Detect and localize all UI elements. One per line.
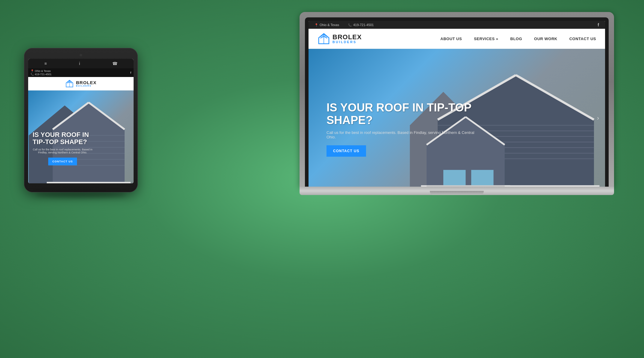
phone-tabs: ≡ i ☎ (28, 59, 134, 68)
laptop-device: 📍 Ohio & Texas 📞 419-721-4501 f (300, 12, 614, 195)
topbar-phone-text: 419-721-4501 (353, 23, 374, 27)
phone-logo-area[interactable]: BROLEX BUILDERS (65, 79, 97, 88)
phone-phone-icon: 📞 (31, 73, 34, 76)
phone-hero: IS YOUR ROOF IN TIP-TOP SHAPE? Call us f… (28, 90, 134, 183)
laptop-base (300, 187, 614, 195)
menu-item-contact[interactable]: CONTACT US (569, 37, 596, 41)
menu-item-blog[interactable]: BLOG (510, 37, 522, 41)
svg-rect-30 (47, 182, 131, 183)
location-pin-icon: 📍 (315, 23, 318, 27)
phone-icon: 📞 (348, 23, 352, 27)
phone-hero-subtitle: Call us for the best in roof replacement… (33, 148, 93, 154)
topbar-location-text: Ohio & Texas (320, 23, 339, 27)
phone-camera (80, 54, 82, 56)
svg-rect-21 (471, 170, 493, 187)
menu-item-ourwork[interactable]: OUR WORK (534, 37, 557, 41)
phone-tab-info[interactable]: i (79, 61, 80, 66)
phone-shadow (35, 192, 126, 198)
site-menu: ABOUT US SERVICES » BLOG OUR WORK CONTAC… (440, 37, 596, 41)
laptop-screen: 📍 Ohio & Texas 📞 419-721-4501 f (309, 21, 605, 187)
logo-text: BROLEX BUILDERS (332, 34, 362, 44)
topbar-left: 📍 Ohio & Texas 📞 419-721-4501 (315, 23, 374, 27)
laptop-hinge (430, 191, 484, 195)
brolex-logo-icon (318, 32, 330, 45)
site-topbar: 📍 Ohio & Texas 📞 419-721-4501 f (309, 21, 605, 29)
phone-tab-menu[interactable]: ≡ (44, 61, 47, 66)
phone-topbar-left: 📍 Ohio & Texas 📞 419-721-4501 (31, 70, 52, 76)
menu-item-about[interactable]: ABOUT US (440, 37, 462, 41)
phone-body: ≡ i ☎ 📍 Ohio & Texas 📞 419-721-4501 f (24, 48, 138, 192)
phone-logo-sub: BUILDERS (76, 85, 97, 87)
laptop-bezel: 📍 Ohio & Texas 📞 419-721-4501 f (305, 17, 609, 187)
phone-facebook-icon[interactable]: f (130, 71, 131, 74)
phone-pin-icon: 📍 (31, 70, 34, 72)
laptop-cta-button[interactable]: CONTACT US (326, 145, 366, 157)
laptop-hero-content: IS YOUR ROOF IN TIP-TOP SHAPE? Call us f… (326, 102, 476, 157)
phone-cta-button[interactable]: CONTACT US (48, 158, 77, 165)
phone-logo-brand: BROLEX (76, 80, 97, 85)
site-nav: BROLEX BUILDERS ABOUT US SERVICES » BLOG… (309, 29, 605, 49)
menu-item-services[interactable]: SERVICES » (474, 37, 498, 41)
laptop-body: 📍 Ohio & Texas 📞 419-721-4501 f (300, 12, 614, 187)
topbar-facebook[interactable]: f (598, 22, 599, 27)
phone-screen: ≡ i ☎ 📍 Ohio & Texas 📞 419-721-4501 f (28, 59, 134, 183)
logo-sub: BUILDERS (332, 40, 362, 44)
phone-location-text: Ohio & Texas (35, 70, 51, 72)
phone-phone: 📞 419-721-4501 (31, 73, 52, 76)
laptop-hero-subtitle: Call us for the best in roof replacement… (326, 130, 476, 139)
laptop-hero: IS YOUR ROOF IN TIP-TOP SHAPE? Call us f… (309, 49, 605, 187)
phone-logo-text: BROLEX BUILDERS (76, 80, 97, 87)
phone-device: ≡ i ☎ 📍 Ohio & Texas 📞 419-721-4501 f (24, 48, 138, 192)
phone-location: 📍 Ohio & Texas (31, 70, 52, 72)
logo-area[interactable]: BROLEX BUILDERS (318, 32, 362, 45)
laptop-hero-title: IS YOUR ROOF IN TIP-TOP SHAPE? (326, 102, 476, 127)
phone-hero-title: IS YOUR ROOF IN TIP-TOP SHAPE? (33, 131, 93, 146)
facebook-icon: f (598, 22, 599, 27)
hero-next-arrow[interactable]: › (597, 114, 599, 121)
phone-topbar: 📍 Ohio & Texas 📞 419-721-4501 f (28, 68, 134, 77)
logo-brand: BROLEX (332, 34, 362, 40)
phone-phone-text: 419-721-4501 (35, 73, 52, 76)
topbar-location: 📍 Ohio & Texas (315, 23, 339, 27)
phone-logo-icon (65, 79, 74, 88)
phone-hero-content: IS YOUR ROOF IN TIP-TOP SHAPE? Call us f… (33, 131, 93, 165)
phone-tab-phone[interactable]: ☎ (112, 61, 117, 66)
phone-nav: BROLEX BUILDERS (28, 77, 134, 90)
svg-rect-20 (443, 170, 465, 187)
topbar-phone: 📞 419-721-4501 (348, 23, 374, 27)
